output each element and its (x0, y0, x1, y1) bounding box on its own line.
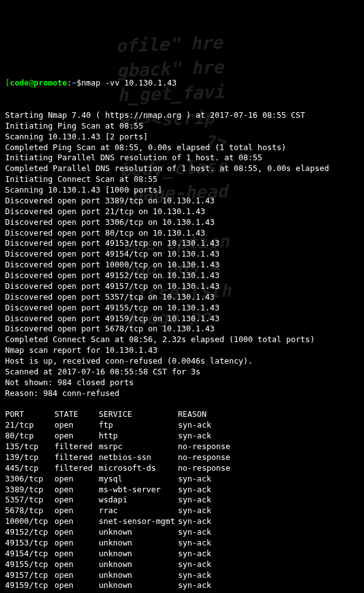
cell-reason: syn-ack (178, 580, 211, 591)
cell-port: 3306/tcp (5, 474, 54, 485)
table-row: 49154/tcpopenunknownsyn-ack (5, 549, 359, 559)
output-line: Initiating Parallel DNS resolution of 1 … (5, 153, 359, 163)
output-line: Scanning 10.130.1.43 [1000 ports] (5, 185, 359, 196)
cell-service: unknown (99, 527, 178, 538)
cell-reason: syn-ack (178, 549, 211, 559)
nmap-output-lines: Starting Nmap 7.40 ( https://nmap.org ) … (5, 110, 359, 399)
output-line: Discovered open port 80/tcp on 10.130.1.… (5, 228, 359, 239)
table-row: 3306/tcpopenmysqlsyn-ack (5, 474, 359, 485)
cell-port: 21/tcp (5, 420, 54, 431)
cell-port: 5678/tcp (5, 506, 54, 516)
output-line: Discovered open port 49153/tcp on 10.130… (5, 238, 359, 249)
col-reason-header: REASON (178, 409, 206, 420)
table-row: 49157/tcpopenunknownsyn-ack (5, 570, 359, 581)
cell-service: mysql (99, 474, 178, 485)
cell-port: 139/tcp (5, 452, 54, 463)
terminal-output: [code@promote:~$nmap -vv 10.130.1.43 Sta… (5, 67, 359, 593)
output-line: Completed Ping Scan at 08:55, 0.00s elap… (5, 143, 359, 153)
table-row: 135/tcpfilteredmsrpcno-response (5, 442, 359, 452)
cell-service: unknown (99, 570, 178, 581)
cell-port: 10000/tcp (5, 516, 54, 527)
output-line: Discovered open port 5678/tcp on 10.130.… (5, 324, 359, 335)
cell-service: unknown (99, 538, 178, 549)
table-row: 80/tcpopenhttpsyn-ack (5, 431, 359, 442)
col-service-header: SERVICE (99, 409, 178, 420)
cell-state: filtered (54, 463, 99, 474)
output-line: Discovered open port 5357/tcp on 10.130.… (5, 292, 359, 303)
cell-service: wsdapi (99, 495, 178, 506)
table-row: 49152/tcpopenunknownsyn-ack (5, 527, 359, 538)
table-row: 49159/tcpopenunknownsyn-ack (5, 580, 359, 591)
cell-state: open (54, 420, 99, 431)
cell-service: unknown (99, 559, 178, 570)
output-line: Completed Parallel DNS resolution of 1 h… (5, 163, 359, 174)
output-line: Initiating Ping Scan at 08:55 (5, 121, 359, 132)
cell-reason: syn-ack (178, 495, 211, 506)
cell-port: 135/tcp (5, 442, 54, 452)
cell-service: ms-wbt-server (99, 485, 178, 495)
output-line: Starting Nmap 7.40 ( https://nmap.org ) … (5, 110, 359, 121)
cell-reason: syn-ack (178, 431, 211, 442)
output-line: Discovered open port 49155/tcp on 10.130… (5, 303, 359, 314)
cell-reason: syn-ack (178, 538, 211, 549)
cell-state: filtered (54, 452, 99, 463)
cell-reason: syn-ack (178, 527, 211, 538)
output-line: Discovered open port 49159/tcp on 10.130… (5, 314, 359, 324)
cell-service: unknown (99, 580, 178, 591)
cell-service: snet-sensor-mgmt (99, 516, 178, 527)
cell-port: 5357/tcp (5, 495, 54, 506)
cell-service: ftp (99, 420, 178, 431)
cell-reason: no-response (178, 463, 230, 474)
output-line: Not shown: 984 closed ports (5, 378, 359, 388)
output-line: Discovered open port 3389/tcp on 10.130.… (5, 196, 359, 207)
output-line: Nmap scan report for 10.130.1.43 (5, 345, 359, 356)
cell-state: open (54, 516, 99, 527)
cell-service: netbios-ssn (99, 452, 178, 463)
cell-state: open (54, 570, 99, 581)
blank-line (5, 89, 359, 99)
cell-port: 49155/tcp (5, 559, 54, 570)
col-state-header: STATE (54, 409, 99, 420)
cell-service: rrac (99, 506, 178, 516)
output-line: Discovered open port 3306/tcp on 10.130.… (5, 217, 359, 228)
cell-state: open (54, 474, 99, 485)
cell-service: unknown (99, 549, 178, 559)
prompt-line[interactable]: [code@promote:~$nmap -vv 10.130.1.43 (5, 78, 177, 87)
prompt-path: ~ (72, 78, 77, 87)
output-line: Discovered open port 21/tcp on 10.130.1.… (5, 207, 359, 217)
cell-state: filtered (54, 442, 99, 452)
cell-service: msrpc (99, 442, 178, 452)
table-row: 139/tcpfilterednetbios-ssnno-response (5, 452, 359, 463)
output-line: Initiating Connect Scan at 08:55 (5, 174, 359, 185)
cell-reason: no-response (178, 442, 230, 452)
table-row: 49155/tcpopenunknownsyn-ack (5, 559, 359, 570)
output-line: Completed Connect Scan at 08:56, 2.32s e… (5, 335, 359, 345)
table-row: 21/tcpopenftpsyn-ack (5, 420, 359, 431)
cell-port: 49152/tcp (5, 527, 54, 538)
table-row: 5678/tcpopenrracsyn-ack (5, 506, 359, 516)
cell-port: 49154/tcp (5, 549, 54, 559)
cell-reason: syn-ack (178, 420, 211, 431)
table-header: PORTSTATESERVICEREASON (5, 409, 359, 420)
col-port-header: PORT (5, 409, 54, 420)
table-row: 49153/tcpopenunknownsyn-ack (5, 538, 359, 549)
output-line: Reason: 984 conn-refused (5, 388, 359, 399)
cell-state: open (54, 495, 99, 506)
cell-state: open (54, 549, 99, 559)
cell-state: open (54, 538, 99, 549)
cell-reason: syn-ack (178, 474, 211, 485)
cell-state: open (54, 485, 99, 495)
cell-reason: no-response (178, 452, 230, 463)
prompt-host: promote (34, 78, 67, 87)
output-line: Host is up, received conn-refused (0.004… (5, 356, 359, 367)
table-row: 5357/tcpopenwsdapisyn-ack (5, 495, 359, 506)
command-input: nmap -vv 10.130.1.43 (81, 78, 177, 87)
cell-reason: syn-ack (178, 559, 211, 570)
cell-state: open (54, 580, 99, 591)
cell-port: 49157/tcp (5, 570, 54, 581)
output-line: Discovered open port 49152/tcp on 10.130… (5, 271, 359, 281)
cell-state: open (54, 431, 99, 442)
cell-port: 445/tcp (5, 463, 54, 474)
cell-port: 49159/tcp (5, 580, 54, 591)
output-line: Scanned at 2017-07-16 08:55:58 CST for 3… (5, 367, 359, 378)
